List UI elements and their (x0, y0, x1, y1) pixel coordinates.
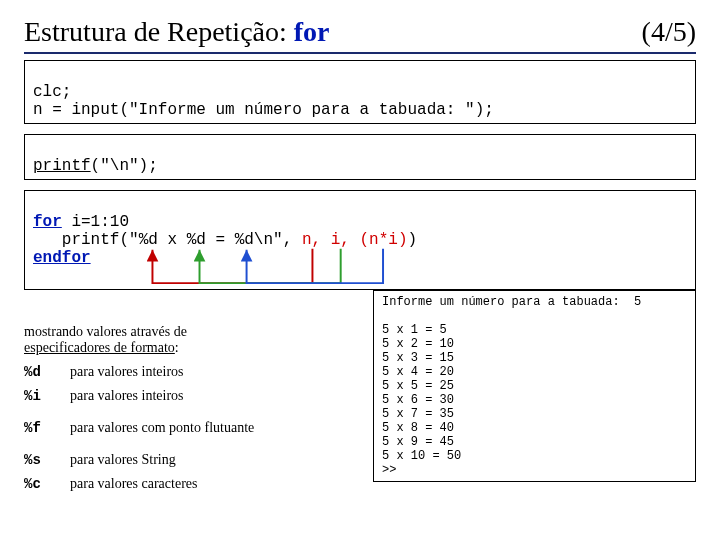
code-line: clc; (33, 83, 71, 101)
format-notes: mostrando valores através de especificad… (24, 324, 355, 516)
format-spec-d2: %d (187, 231, 206, 249)
keyword-for: for (33, 213, 62, 231)
spec-c: %c (24, 476, 70, 492)
code-block-3: for i=1:10 printf("%d x %d = %d\n", n, i… (24, 190, 696, 290)
format-spec-d3: %d (235, 231, 254, 249)
notes-intro: mostrando valores através de especificad… (24, 324, 355, 356)
note-i: %i para valores inteiros (24, 388, 355, 404)
note-f: %f para valores com ponto flutuante (24, 420, 355, 436)
note-c: %c para valores caracteres (24, 476, 355, 492)
spec-i: %i (24, 388, 70, 404)
spec-c-desc: para valores caracteres (70, 476, 197, 492)
code-space (350, 231, 360, 249)
code-space (321, 231, 331, 249)
string-quote: " (129, 231, 139, 249)
code-line: n = input("Informe um número para a tabu… (33, 101, 494, 119)
arg-ni: (n*i) (360, 231, 408, 249)
title-text: Estrutura de Repetição: (24, 16, 294, 47)
notes-intro-line1: mostrando valores através de (24, 324, 187, 339)
notes-colon: : (175, 340, 179, 355)
spec-d: %d (24, 364, 70, 380)
code-fn-printf: printf (33, 157, 91, 175)
code-line: ("\n"); (91, 157, 158, 175)
spec-i-desc: para valores inteiros (70, 388, 184, 404)
spec-f-desc: para valores com ponto flutuante (70, 420, 254, 436)
code-line: i=1:10 (62, 213, 129, 231)
arg-n: n, (302, 231, 321, 249)
code-comma: , (283, 231, 302, 249)
spec-f: %f (24, 420, 70, 436)
string-literal: x (158, 231, 187, 249)
code-block-2: printf("\n"); (24, 134, 696, 180)
slide-title: Estrutura de Repetição: for (24, 16, 330, 48)
spec-s: %s (24, 452, 70, 468)
arg-i: i, (331, 231, 350, 249)
slide-pager: (4/5) (642, 16, 696, 48)
bottom-row: mostrando valores através de especificad… (24, 324, 696, 516)
notes-intro-line2: especificadores de formato (24, 340, 175, 355)
spec-s-desc: para valores String (70, 452, 176, 468)
spec-d-desc: para valores inteiros (70, 364, 184, 380)
note-d: %d para valores inteiros (24, 364, 355, 380)
format-spec-d1: %d (139, 231, 158, 249)
code-close-paren: ) (408, 231, 418, 249)
string-literal: \n" (254, 231, 283, 249)
program-output: Informe um número para a tabuada: 5 5 x … (373, 290, 696, 482)
code-fn-printf: printf( (33, 231, 129, 249)
code-block-1: clc; n = input("Informe um número para a… (24, 60, 696, 124)
note-s: %s para valores String (24, 452, 355, 468)
keyword-endfor: endfor (33, 249, 91, 267)
string-literal: = (206, 231, 235, 249)
slide-header: Estrutura de Repetição: for (4/5) (24, 16, 696, 54)
title-keyword: for (294, 16, 330, 47)
